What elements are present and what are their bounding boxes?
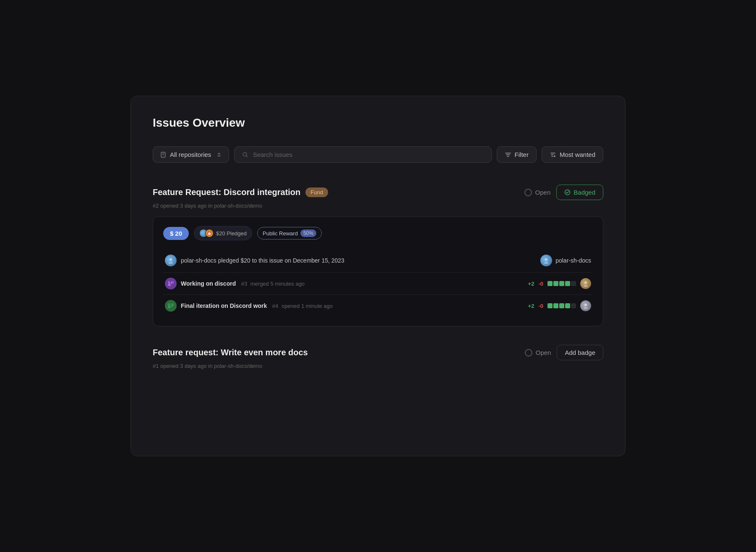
pr-right-2: +2 -0 bbox=[528, 300, 591, 311]
most-wanted-label: Most wanted bbox=[560, 151, 595, 158]
pr-author-avatar-1 bbox=[580, 278, 591, 289]
pr-status-2: opened 1 minute ago bbox=[282, 303, 333, 309]
svg-point-5 bbox=[565, 190, 570, 195]
add-badge-label: Add badge bbox=[565, 349, 595, 356]
open-status-2: Open bbox=[525, 349, 551, 357]
amount-badge: $ 20 bbox=[163, 227, 189, 240]
filter-button[interactable]: Filter bbox=[497, 146, 537, 163]
diff-block bbox=[559, 281, 564, 286]
diff-bar-1 bbox=[547, 281, 576, 286]
status-label-2: Open bbox=[536, 349, 551, 356]
status-label: Open bbox=[535, 189, 551, 196]
issue-actions: Open Badged bbox=[524, 185, 603, 200]
pledger-name: polar-sh-docs bbox=[555, 257, 591, 264]
pr-row-open: Final iteration on Discord work #4 opene… bbox=[163, 295, 593, 317]
check-circle-icon bbox=[564, 189, 571, 195]
diff-block bbox=[565, 281, 570, 286]
diff-block bbox=[553, 303, 558, 308]
svg-point-14 bbox=[584, 285, 588, 287]
mini-avatar-clock: ⏰ bbox=[205, 229, 214, 237]
search-input[interactable] bbox=[253, 151, 484, 158]
pr-status-1: merged 5 minutes ago bbox=[250, 281, 305, 287]
open-status: Open bbox=[524, 189, 551, 196]
issue-item: Feature Request: Discord integration Fun… bbox=[153, 185, 603, 326]
diff-remove-1: -0 bbox=[538, 281, 543, 287]
search-icon bbox=[242, 151, 248, 158]
pledger-right: polar-sh-docs bbox=[540, 255, 591, 266]
sort-icon bbox=[550, 151, 556, 158]
pr-left: Working on discord #3 merged 5 minutes a… bbox=[165, 278, 305, 289]
pledge-detail-text: polar-sh-docs pledged $20 to this issue … bbox=[181, 257, 344, 264]
diff-block-empty bbox=[571, 303, 576, 308]
issue-meta-2: #1 opened 3 days ago in polar-sh-docs/de… bbox=[153, 363, 603, 369]
most-wanted-button[interactable]: Most wanted bbox=[542, 146, 603, 163]
svg-point-11 bbox=[172, 281, 173, 283]
pr-title-1: Working on discord bbox=[181, 280, 236, 287]
badged-label: Badged bbox=[574, 189, 595, 196]
dollar-sign: $ bbox=[170, 230, 173, 237]
pledge-row: $ 20 ⏰ $20 Pledged Public Reward 50% bbox=[163, 226, 593, 240]
pr-number-2: #4 bbox=[272, 303, 278, 309]
pr-author-avatar-2 bbox=[580, 300, 591, 311]
repo-selector-label: All repositories bbox=[170, 151, 211, 158]
issue-title-2: Feature request: Write even more docs bbox=[153, 348, 308, 357]
badged-button[interactable]: Badged bbox=[556, 185, 603, 200]
pledger-avatar bbox=[165, 255, 177, 266]
diff-block bbox=[547, 281, 553, 286]
amount-value: 20 bbox=[175, 230, 182, 237]
pr-open-svg bbox=[168, 303, 174, 309]
diff-block bbox=[565, 303, 570, 308]
avatar-img bbox=[582, 280, 589, 287]
svg-point-19 bbox=[584, 307, 588, 309]
diff-block bbox=[559, 303, 564, 308]
pledger-avatar-icon bbox=[167, 257, 174, 264]
open-circle-icon-2 bbox=[525, 349, 532, 357]
svg-point-7 bbox=[169, 262, 173, 264]
svg-point-6 bbox=[169, 258, 172, 261]
chevron-updown-icon bbox=[216, 152, 222, 158]
diff-remove-2: -0 bbox=[538, 303, 543, 309]
issue-title: Feature Request: Discord integration bbox=[153, 187, 300, 197]
repo-selector[interactable]: All repositories bbox=[153, 146, 229, 163]
diff-add-1: +2 bbox=[528, 281, 534, 287]
pledger-left: polar-sh-docs pledged $20 to this issue … bbox=[165, 255, 344, 266]
pr-right-1: +2 -0 bbox=[528, 278, 591, 289]
diff-block-empty bbox=[571, 281, 576, 286]
pr-open-icon bbox=[165, 300, 177, 312]
issue-item-2: Feature request: Write even more docs Op… bbox=[153, 345, 603, 369]
pr-number-1: #3 bbox=[241, 281, 247, 287]
pr-meta-2: #4 opened 1 minute ago bbox=[272, 303, 333, 309]
svg-line-4 bbox=[246, 156, 248, 157]
fund-badge: Fund bbox=[305, 187, 328, 197]
pledger-right-avatar bbox=[540, 255, 552, 266]
svg-point-13 bbox=[584, 281, 587, 284]
svg-point-9 bbox=[544, 262, 548, 264]
search-bar[interactable] bbox=[234, 146, 491, 163]
filter-label: Filter bbox=[515, 151, 529, 158]
add-badge-button[interactable]: Add badge bbox=[557, 345, 603, 360]
issue-actions-2: Open Add badge bbox=[525, 345, 603, 360]
repo-icon bbox=[160, 151, 167, 158]
pr-merged-icon bbox=[165, 278, 177, 289]
pledger-right-avatar-icon bbox=[543, 257, 550, 264]
pr-row-merged: Working on discord #3 merged 5 minutes a… bbox=[163, 273, 593, 295]
pr-info: Working on discord #3 merged 5 minutes a… bbox=[181, 280, 305, 287]
pr-meta-1: #3 merged 5 minutes ago bbox=[241, 281, 305, 287]
diff-bar-2 bbox=[547, 303, 576, 308]
reward-label: Public Reward bbox=[263, 230, 298, 237]
pledged-info: ⏰ $20 Pledged bbox=[194, 226, 252, 240]
diff-block bbox=[547, 303, 553, 308]
issue-header-2: Feature request: Write even more docs Op… bbox=[153, 345, 603, 360]
diff-add-2: +2 bbox=[528, 303, 534, 309]
pr-info-2: Final iteration on Discord work #4 opene… bbox=[181, 302, 333, 310]
pledge-detail-row: polar-sh-docs pledged $20 to this issue … bbox=[163, 249, 593, 273]
open-circle-icon bbox=[524, 189, 532, 196]
svg-point-18 bbox=[584, 304, 587, 306]
issue-title-group: Feature Request: Discord integration Fun… bbox=[153, 187, 328, 197]
issue-meta: #2 opened 3 days ago in polar-sh-docs/de… bbox=[153, 203, 603, 209]
toolbar: All repositories Filter Most bbox=[153, 146, 603, 163]
pr-title-2: Final iteration on Discord work bbox=[181, 302, 267, 309]
issue-header: Feature Request: Discord integration Fun… bbox=[153, 185, 603, 200]
pledged-label: $20 Pledged bbox=[216, 230, 247, 237]
avatar-stack: ⏰ bbox=[199, 229, 214, 237]
